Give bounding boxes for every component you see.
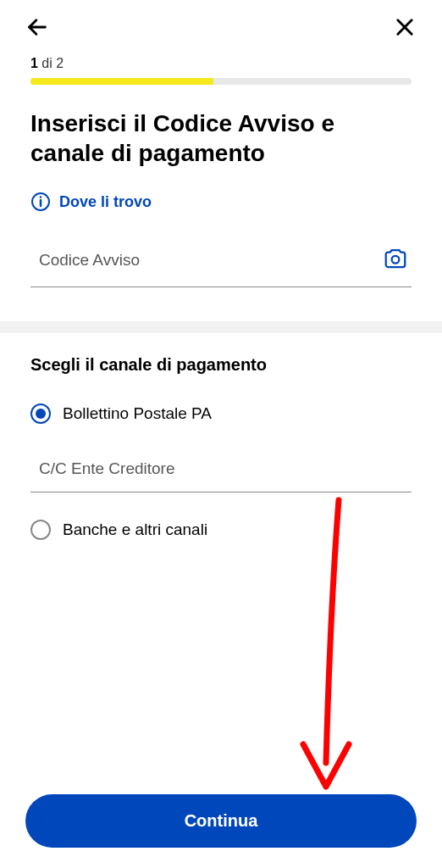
help-link-text: Dove li trovo: [59, 193, 152, 211]
radio-unselected-icon: [30, 520, 51, 540]
page-title: Inserisci il Codice Avviso e canale di p…: [0, 85, 442, 185]
radio-selected-icon: [30, 403, 51, 424]
section-divider: [0, 321, 442, 333]
radio-label: Banche e altri canali: [63, 520, 207, 539]
close-icon: [393, 15, 417, 39]
continue-button[interactable]: Continua: [25, 794, 417, 848]
step-indicator: 1 di 2: [0, 47, 442, 78]
radio-option-banche[interactable]: Banche e altri canali: [0, 506, 442, 554]
radio-label: Bollettino Postale PA: [63, 404, 212, 423]
cc-ente-input[interactable]: [30, 454, 412, 483]
codice-avviso-input[interactable]: [30, 246, 379, 275]
arrow-left-icon: [25, 15, 49, 39]
close-button[interactable]: [393, 15, 417, 39]
step-total: 2: [56, 56, 64, 70]
svg-point-6: [392, 256, 400, 264]
radio-option-bollettino[interactable]: Bollettino Postale PA: [0, 390, 442, 437]
step-separator: di: [38, 56, 56, 70]
help-link[interactable]: Dove li trovo: [0, 185, 442, 232]
codice-avviso-row: [30, 242, 412, 287]
step-current: 1: [30, 56, 38, 70]
svg-point-5: [40, 196, 42, 198]
info-icon: [30, 192, 51, 212]
section-title: Scegli il canale di pagamento: [0, 333, 442, 390]
progress-fill: [30, 78, 213, 85]
camera-icon: [383, 246, 408, 271]
cc-ente-row: [30, 454, 412, 492]
progress-bar: [30, 78, 412, 85]
back-button[interactable]: [25, 15, 49, 39]
camera-button[interactable]: [379, 242, 412, 278]
